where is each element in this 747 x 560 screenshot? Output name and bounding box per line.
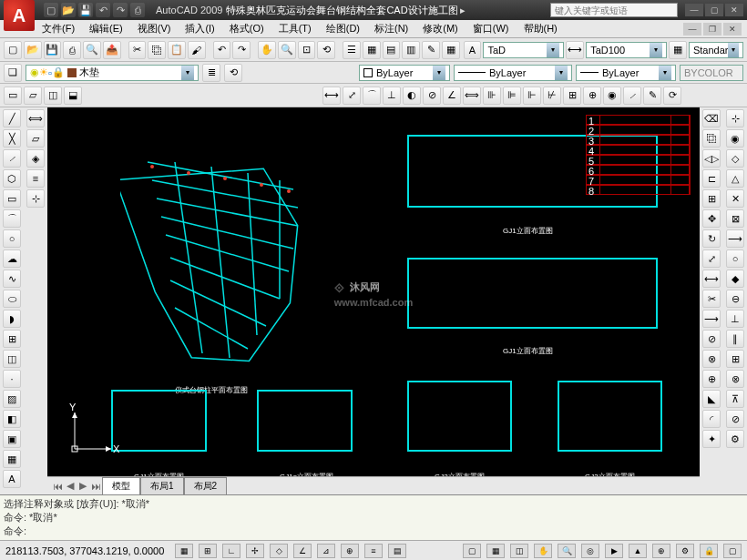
explode-icon[interactable]: ✦	[702, 430, 721, 448]
design-center-icon[interactable]: ▦	[363, 41, 381, 59]
app-menu-button[interactable]: A	[4, 0, 35, 31]
tab-first-icon[interactable]: ⏮	[51, 480, 64, 493]
dim-angular-icon[interactable]: ∠	[443, 87, 461, 105]
showmotion-icon[interactable]: ▶	[605, 544, 623, 558]
layer-dropdown[interactable]: ◉☀▫🔒 木垫 ▾	[26, 65, 199, 81]
publish-icon[interactable]: 📤	[103, 41, 121, 59]
break-icon[interactable]: ⊗	[702, 350, 721, 368]
properties-icon[interactable]: ☰	[343, 41, 361, 59]
text-style-icon[interactable]: A	[464, 41, 482, 59]
ellipse-icon[interactable]: ⬭	[3, 290, 21, 308]
zoom-realtime-icon[interactable]: 🔍	[278, 41, 296, 59]
snap-cen-icon[interactable]: ○	[726, 249, 744, 268]
pan-status-icon[interactable]: ✋	[534, 544, 552, 558]
drawing-canvas[interactable]: 仪式台钢柱平面布置图 GJ1立面布置图 GJ1立面布置图 GJ1立面布置图 GJ…	[47, 107, 700, 476]
doc-minimize-button[interactable]: —	[683, 23, 701, 36]
zoom-status-icon[interactable]: 🔍	[558, 544, 576, 558]
snap-qua-icon[interactable]: ◆	[726, 270, 744, 288]
doc-close-button[interactable]: ✕	[723, 23, 742, 36]
rectangle-icon[interactable]: ▭	[3, 189, 21, 208]
snap-per-icon[interactable]: ⊥	[726, 310, 744, 328]
paste-icon[interactable]: 📋	[168, 41, 186, 59]
dim-linear-icon[interactable]: ⟷	[322, 87, 341, 105]
menu-modify[interactable]: 修改(M)	[417, 20, 464, 37]
dim-diameter-icon[interactable]: ⊘	[423, 87, 441, 105]
dim-update-icon[interactable]: ⟳	[663, 87, 681, 105]
mirror-icon[interactable]: ◁▷	[702, 149, 721, 168]
array-icon[interactable]: ⊞	[702, 189, 721, 208]
quick-view-drawings-icon[interactable]: ◫	[510, 544, 528, 558]
snap-node-icon[interactable]: ⊗	[726, 370, 744, 388]
table-style-dropdown[interactable]: Standar▾	[689, 42, 743, 58]
qp-toggle[interactable]: ▤	[388, 544, 406, 558]
command-window[interactable]: 选择注释对象或 [放弃(U)]: *取消* 命令: *取消* 命令:	[0, 494, 747, 540]
jog-icon[interactable]: ⟋	[623, 87, 641, 105]
snap-par-icon[interactable]: ∥	[726, 330, 744, 348]
ducs-toggle[interactable]: ⊿	[317, 544, 335, 558]
menu-window[interactable]: 窗口(W)	[467, 20, 515, 37]
clean-screen-icon[interactable]: ▢	[723, 544, 742, 558]
copy-obj-icon[interactable]: ⿻	[702, 129, 721, 148]
rotate-icon[interactable]: ↻	[702, 229, 721, 248]
extend-icon[interactable]: ⟶	[702, 310, 721, 328]
menu-draw[interactable]: 绘图(D)	[321, 20, 365, 37]
grid-toggle[interactable]: ⊞	[199, 544, 217, 558]
tab-prev-icon[interactable]: ◀	[64, 480, 77, 493]
copy-icon[interactable]: ⿻	[148, 41, 166, 59]
ellipse-arc-icon[interactable]: ◗	[3, 310, 21, 328]
wheel-icon[interactable]: ◎	[581, 544, 599, 558]
dim-break-icon[interactable]: ⊬	[543, 87, 561, 105]
trim-icon[interactable]: ✂	[702, 290, 721, 308]
annotation-visibility-icon[interactable]: ⊕	[652, 544, 670, 558]
draworder-above-icon[interactable]: ◫	[44, 87, 62, 105]
spline-icon[interactable]: ∿	[3, 270, 21, 288]
menu-tools[interactable]: 工具(T)	[273, 20, 317, 37]
dim-arc-icon[interactable]: ⌒	[363, 87, 381, 105]
tolerance-icon[interactable]: ⊞	[563, 87, 581, 105]
otrack-toggle[interactable]: ∠	[293, 544, 312, 558]
ortho-toggle[interactable]: ∟	[222, 544, 240, 558]
print-icon[interactable]: ⎙	[63, 41, 81, 59]
dim-quick-icon[interactable]: ⟺	[463, 87, 481, 105]
gradient-icon[interactable]: ◧	[3, 410, 21, 428]
point-icon[interactable]: ·	[3, 370, 21, 388]
snap-from-icon[interactable]: ◉	[726, 129, 744, 148]
break-point-icon[interactable]: ⊘	[702, 330, 721, 348]
help-search-input[interactable]	[550, 3, 678, 17]
lwt-toggle[interactable]: ≡	[364, 544, 383, 558]
qat-new-icon[interactable]: ▢	[44, 3, 58, 17]
draworder-front-icon[interactable]: ▭	[4, 87, 22, 105]
snap-ext-icon[interactable]: ⟶	[726, 229, 744, 248]
mtext-icon[interactable]: A	[3, 470, 21, 488]
join-icon[interactable]: ⊕	[702, 370, 721, 388]
save-icon[interactable]: 💾	[44, 41, 62, 59]
tab-last-icon[interactable]: ⏭	[89, 480, 102, 493]
tool-palette-icon[interactable]: ▤	[383, 41, 401, 59]
dim-style-icon[interactable]: ⟷	[566, 41, 584, 59]
open-icon[interactable]: 📂	[24, 41, 42, 59]
draworder-back-icon[interactable]: ▱	[24, 87, 42, 105]
table-style-icon[interactable]: ▦	[669, 41, 687, 59]
menu-view[interactable]: 视图(V)	[132, 20, 177, 37]
erase-icon[interactable]: ⌫	[702, 109, 721, 127]
dim-continue-icon[interactable]: ⊫	[503, 87, 521, 105]
hatch-icon[interactable]: ▨	[3, 390, 21, 408]
new-icon[interactable]: ▢	[4, 41, 22, 59]
annotation-scale-icon[interactable]: ▲	[629, 544, 647, 558]
markup-icon[interactable]: ✎	[422, 41, 440, 59]
scale-icon[interactable]: ⤢	[702, 249, 721, 268]
linetype-dropdown[interactable]: ByLayer▾	[454, 65, 572, 81]
menu-format[interactable]: 格式(O)	[224, 20, 270, 37]
snap-near-icon[interactable]: ⊼	[726, 390, 744, 408]
center-mark-icon[interactable]: ⊕	[583, 87, 601, 105]
xline-icon[interactable]: ╳	[3, 129, 21, 148]
snap-appint-icon[interactable]: ⊠	[726, 209, 744, 228]
arc-icon[interactable]: ⌒	[3, 209, 21, 228]
tab-next-icon[interactable]: ▶	[77, 480, 89, 493]
maximize-button[interactable]: ▢	[705, 4, 723, 16]
sheet-set-icon[interactable]: ▥	[402, 41, 420, 59]
dim-radius-icon[interactable]: ◐	[403, 87, 421, 105]
snap-end-icon[interactable]: ◇	[726, 149, 744, 168]
dim-aligned-icon[interactable]: ⤢	[343, 87, 361, 105]
fillet-icon[interactable]: ◜	[702, 410, 721, 428]
